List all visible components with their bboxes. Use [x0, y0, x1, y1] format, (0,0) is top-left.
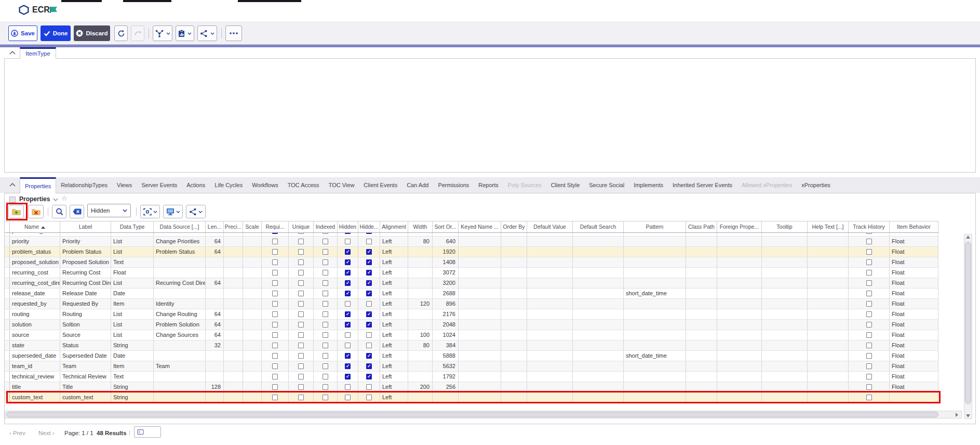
grid-header-hidden2[interactable]: Hidde... [358, 221, 380, 232]
grid-cell-width[interactable]: 200 [408, 382, 433, 392]
grid-cell-keyed_name[interactable] [459, 330, 501, 340]
grid-cell-preci[interactable] [224, 392, 243, 402]
grid-cell-hidden2[interactable] [358, 372, 380, 382]
grid-checkbox-unique[interactable] [298, 311, 304, 317]
grid-cell-alignment[interactable]: Left [380, 361, 408, 371]
grid-cell-class_path[interactable] [686, 309, 717, 319]
grid-cell-scale[interactable] [243, 330, 262, 340]
grid-cell-label[interactable]: Routing [60, 309, 111, 319]
grid-checkbox-track_history[interactable] [866, 239, 872, 244]
grid-cell-order_by[interactable] [501, 392, 527, 402]
display-layout-button[interactable] [163, 205, 183, 218]
grid-cell-foreign_property[interactable] [717, 320, 762, 330]
grid-cell-alignment[interactable]: Left [380, 237, 408, 246]
grid-cell-tooltip[interactable] [762, 233, 808, 236]
grid-checkbox-required[interactable] [272, 291, 278, 296]
grid-cell-label[interactable]: Title [60, 382, 111, 392]
grid-checkbox-hidden2[interactable] [366, 311, 372, 317]
grid-checkbox-track_history[interactable] [866, 395, 872, 400]
grid-cell-unique[interactable] [289, 299, 314, 309]
grid-checkbox-unique[interactable] [298, 270, 304, 276]
grid-header-required[interactable]: Requi... [262, 221, 289, 232]
grid-cell-scale[interactable] [243, 289, 262, 298]
grid-cell-required[interactable] [262, 237, 289, 246]
grid-cell-pattern[interactable] [624, 268, 686, 278]
grid-cell-class_path[interactable] [686, 361, 717, 371]
grid-checkbox-indexed[interactable] [323, 384, 328, 390]
grid-checkbox-indexed[interactable] [323, 353, 328, 359]
grid-cell-alignment[interactable]: Left [380, 247, 408, 257]
grid-cell-keyed_name[interactable] [459, 289, 501, 298]
grid-cell-default_search[interactable] [573, 392, 624, 402]
grid-cell-pattern[interactable] [624, 309, 686, 319]
table-row-recurring_cost_direc[interactable]: recurring_cost_direc...Recurring Cost Di… [5, 278, 938, 289]
grid-cell-item_behavior[interactable]: Float [890, 299, 938, 309]
favorite-star-icon[interactable]: ☆ [61, 194, 68, 202]
grid-cell-class_path[interactable] [686, 382, 717, 392]
grid-checkbox-unique[interactable] [298, 233, 304, 234]
grid-cell-item_behavior[interactable]: Float [890, 257, 938, 267]
grid-checkbox-unique[interactable] [298, 353, 304, 359]
grid-cell-pattern[interactable]: short_date_time [624, 351, 686, 361]
table-row-source[interactable]: sourceSourceListChange Sources64Left1001… [5, 330, 938, 341]
grid-cell-pattern[interactable] [624, 330, 686, 340]
grid-cell-unique[interactable] [289, 372, 314, 382]
grid-cell-width[interactable] [408, 351, 433, 361]
grid-cell-preci[interactable] [224, 268, 243, 278]
grid-cell-width[interactable] [408, 247, 433, 257]
grid-cell-unique[interactable] [289, 233, 314, 236]
grid-cell-hidden[interactable] [338, 278, 358, 288]
tab-actions[interactable]: Actions [182, 177, 210, 193]
grid-checkbox-hidden2[interactable] [366, 301, 372, 307]
grid-cell-default_search[interactable] [573, 309, 624, 319]
grid-cell-tooltip[interactable] [762, 341, 808, 350]
grid-cell-order_by[interactable] [501, 341, 527, 350]
grid-cell-class_path[interactable] [686, 392, 717, 402]
grid-checkbox-unique[interactable] [298, 322, 304, 328]
grid-cell-label[interactable]: Soltion [60, 320, 111, 330]
grid-cell-width[interactable] [408, 289, 433, 298]
grid-cell-default_value[interactable] [527, 247, 573, 257]
grid-cell-default_search[interactable] [573, 278, 624, 288]
grid-cell-class_path[interactable] [686, 278, 717, 288]
grid-cell-len[interactable] [206, 372, 224, 382]
horizontal-scrollbar-thumb[interactable] [6, 412, 938, 417]
grid-cell-sort_order[interactable]: 5504 [433, 233, 459, 236]
grid-cell-foreign_property[interactable] [717, 341, 762, 350]
grid-cell-help_text[interactable] [808, 299, 849, 309]
grid-checkbox-hidden[interactable] [345, 343, 351, 348]
grid-cell-unique[interactable] [289, 268, 314, 278]
grid-cell-data_source[interactable]: Identity [154, 299, 206, 309]
grid-cell-foreign_property[interactable] [717, 309, 762, 319]
grid-cell-sort_order[interactable]: 256 [433, 382, 459, 392]
grid-checkbox-indexed[interactable] [323, 374, 328, 379]
grid-cell-help_text[interactable] [808, 351, 849, 361]
grid-cell-len[interactable]: 64 [206, 247, 224, 257]
grid-cell-help_text[interactable] [808, 268, 849, 278]
grid-checkbox-required[interactable] [272, 374, 278, 379]
grid-cell-hidden2[interactable] [358, 361, 380, 371]
grid-cell-class_path[interactable] [686, 351, 717, 361]
grid-checkbox-required[interactable] [272, 343, 278, 348]
grid-cell-required[interactable] [262, 392, 289, 402]
grid-checkbox-hidden2[interactable] [366, 280, 372, 286]
grid-checkbox-indexed[interactable] [323, 259, 328, 265]
grid-checkbox-track_history[interactable] [866, 363, 872, 369]
grid-cell-preci[interactable] [224, 309, 243, 319]
grid-cell-unique[interactable] [289, 330, 314, 340]
grid-cell-help_text[interactable] [808, 233, 849, 236]
grid-cell-width[interactable] [408, 309, 433, 319]
grid-cell-name[interactable]: technical_review [10, 372, 60, 382]
grid-cell-width[interactable] [408, 372, 433, 382]
grid-cell-required[interactable] [262, 330, 289, 340]
grid-checkbox-unique[interactable] [298, 280, 304, 286]
table-row-superseded_date[interactable]: superseded_dateSuperseded DateDateLeft58… [5, 351, 938, 361]
grid-cell-name[interactable]: custom_text [10, 392, 60, 402]
grid-cell-item_behavior[interactable]: Float [890, 320, 938, 330]
grid-header-unique[interactable]: Unique [289, 221, 314, 232]
grid-cell-tooltip[interactable] [762, 330, 808, 340]
grid-cell-label[interactable]: Requested By [60, 299, 111, 309]
grid-cell-track_history[interactable] [849, 361, 890, 371]
tab-poly-sources[interactable]: Poly Sources [503, 177, 546, 193]
grid-cell-sort_order[interactable]: 5888 [433, 351, 459, 361]
